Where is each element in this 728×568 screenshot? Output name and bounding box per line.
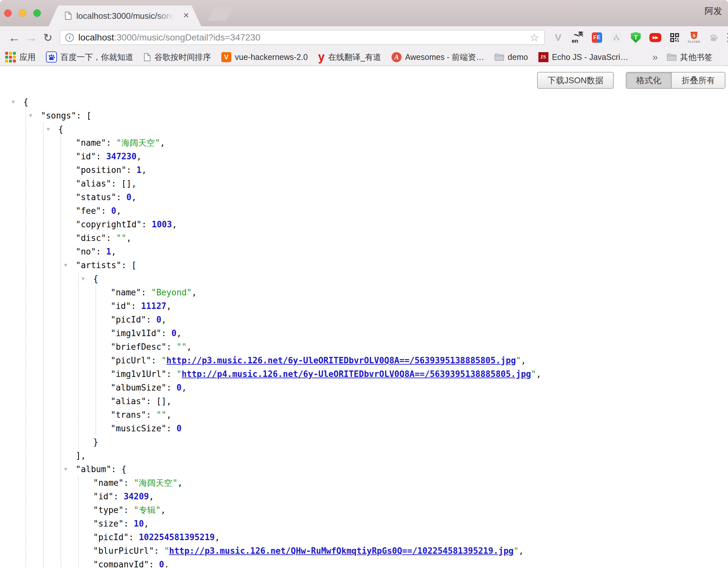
json-key: "picId" <box>111 315 146 325</box>
fe-icon[interactable]: FE <box>591 31 603 44</box>
bookmark-label: demo <box>508 52 528 62</box>
sitemap-icon[interactable] <box>610 31 623 44</box>
json-line: "copyrightId": 1003, <box>0 217 541 231</box>
collapse-toggle-icon[interactable]: ▼ <box>82 272 85 286</box>
json-key: "trans" <box>111 410 146 420</box>
page-info-icon[interactable] <box>65 33 74 42</box>
json-link[interactable]: http://p3.music.126.net/6y-UleORITEDbvrO… <box>166 356 516 365</box>
collapse-toggle-icon[interactable]: ▼ <box>12 95 15 109</box>
json-punct: { <box>23 97 28 107</box>
collapse-toggle-icon[interactable]: ▼ <box>64 462 67 476</box>
json-punct: : { <box>111 464 127 474</box>
json-key: "copyrightId" <box>76 219 142 229</box>
folder-icon <box>667 53 677 61</box>
indent-guide <box>43 122 44 567</box>
vue-v-icon: V <box>221 52 231 62</box>
json-link[interactable]: http://p4.music.126.net/6y-UleORITEDbvrO… <box>182 369 531 379</box>
json-key: "musicSize" <box>111 424 166 433</box>
bookmark-label: 在线翻译_有道 <box>328 52 381 62</box>
download-json-button[interactable]: 下载JSON数据 <box>537 72 614 89</box>
json-line: "name": "Beyond", <box>0 286 541 299</box>
zoom-window-icon[interactable] <box>33 9 41 17</box>
bookmark-label: 谷歌按时间排序 <box>154 52 211 62</box>
minimize-window-icon[interactable] <box>19 9 26 17</box>
collapse-toggle-icon[interactable]: ▼ <box>47 122 50 136</box>
json-line: "alias": [], <box>0 177 541 190</box>
json-value-number: 102254581395219 <box>139 532 215 542</box>
json-punct: " <box>164 546 169 556</box>
indent-guide <box>78 476 79 567</box>
forward-icon[interactable] <box>23 31 39 44</box>
new-tab-button[interactable] <box>207 7 234 21</box>
back-icon[interactable] <box>6 31 23 44</box>
bookmark-item[interactable]: AAwesomes - 前端资… <box>392 52 484 62</box>
bookmark-star-icon[interactable] <box>530 31 539 44</box>
json-punct: , <box>111 247 116 256</box>
json-key: "img1v1Id" <box>111 329 161 338</box>
collapse-all-button[interactable]: 折叠所有 <box>671 72 725 88</box>
format-button[interactable]: 格式化 <box>626 72 671 88</box>
json-value-number: 1 <box>106 247 111 256</box>
json-punct: : <box>142 219 152 229</box>
bookmark-label: vue-hackernews-2.0 <box>235 52 308 62</box>
html5-player-icon[interactable]: 5PLAYER <box>688 31 700 44</box>
json-line: ▼{ <box>0 272 541 286</box>
json-line: ], <box>0 449 541 462</box>
collapse-toggle-icon[interactable]: ▼ <box>29 109 32 122</box>
qr-code-icon[interactable] <box>668 31 681 44</box>
json-punct: : <box>161 329 171 338</box>
fast-forward-icon[interactable]: ▶▶ <box>649 31 661 44</box>
json-line: "picId": 102254581395219, <box>0 530 541 544</box>
browser-menu-icon[interactable] <box>724 33 728 42</box>
json-value-number: 0 <box>127 192 132 202</box>
json-punct: : <box>96 151 106 161</box>
reload-icon[interactable] <box>39 32 56 43</box>
json-value-number: 0 <box>171 329 177 338</box>
json-line: "id": 34209, <box>0 490 541 503</box>
json-line: "no": 1, <box>0 245 541 258</box>
vue-gray-icon[interactable]: V <box>552 31 564 44</box>
bookmark-item[interactable]: Vvue-hackernews-2.0 <box>221 52 308 62</box>
json-key: "albumSize" <box>111 383 166 393</box>
paw-icon[interactable] <box>707 31 720 44</box>
bookmark-label: 应用 <box>19 52 36 62</box>
bookmark-item[interactable]: JSEcho JS - JavaScri… <box>538 52 628 62</box>
json-punct: : <box>127 165 137 175</box>
close-window-icon[interactable] <box>4 9 12 17</box>
json-punct: " <box>177 369 182 379</box>
json-line: "companyId": 0, <box>0 558 541 567</box>
bookmark-item[interactable]: 应用 <box>5 52 36 62</box>
document-icon <box>65 11 72 20</box>
json-key: "album" <box>76 464 111 474</box>
json-punct: : <box>124 505 134 515</box>
json-punct: : <box>141 288 151 297</box>
url-host: localhost <box>78 32 114 42</box>
collapse-toggle-icon[interactable]: ▼ <box>64 258 67 272</box>
json-punct: : [ <box>121 260 137 270</box>
bookmarks-overflow-chevron-icon[interactable] <box>652 51 658 62</box>
bookmark-item[interactable]: 谷歌按时间排序 <box>144 52 211 62</box>
bookmark-item[interactable]: y在线翻译_有道 <box>318 52 381 62</box>
close-tab-icon[interactable] <box>183 6 189 26</box>
json-punct: } <box>93 437 98 447</box>
browser-tab[interactable]: localhost:3000/music/songDet <box>49 6 201 26</box>
indent-guide <box>78 272 79 449</box>
other-bookmarks-folder[interactable]: 其他书签 <box>667 52 712 62</box>
json-key: "disc" <box>76 233 106 243</box>
address-bar[interactable]: localhost:3000/music/songDetail?ids=3472… <box>60 30 545 45</box>
json-line: ▼"artists": [ <box>0 258 541 272</box>
shield-t-icon[interactable]: T <box>630 31 642 44</box>
json-key: "status" <box>76 192 116 202</box>
bookmark-label: Awesomes - 前端资… <box>405 52 484 62</box>
json-line: "disc": "", <box>0 231 541 245</box>
json-punct: : <box>106 233 116 243</box>
bookmark-item[interactable]: demo <box>494 52 528 62</box>
json-link[interactable]: http://p3.music.126.net/QHw-RuMwfQkmqtiy… <box>169 546 513 556</box>
json-key: "size" <box>93 519 124 529</box>
json-punct: : <box>129 532 139 542</box>
translate-icon[interactable]: 英en <box>571 31 584 44</box>
json-line: "briefDesc": "", <box>0 340 541 354</box>
bookmark-item[interactable]: 百度一下，你就知道 <box>46 51 133 62</box>
json-punct: : <box>166 342 176 352</box>
url-text[interactable]: localhost:3000/music/songDetail?ids=3472… <box>78 32 260 43</box>
